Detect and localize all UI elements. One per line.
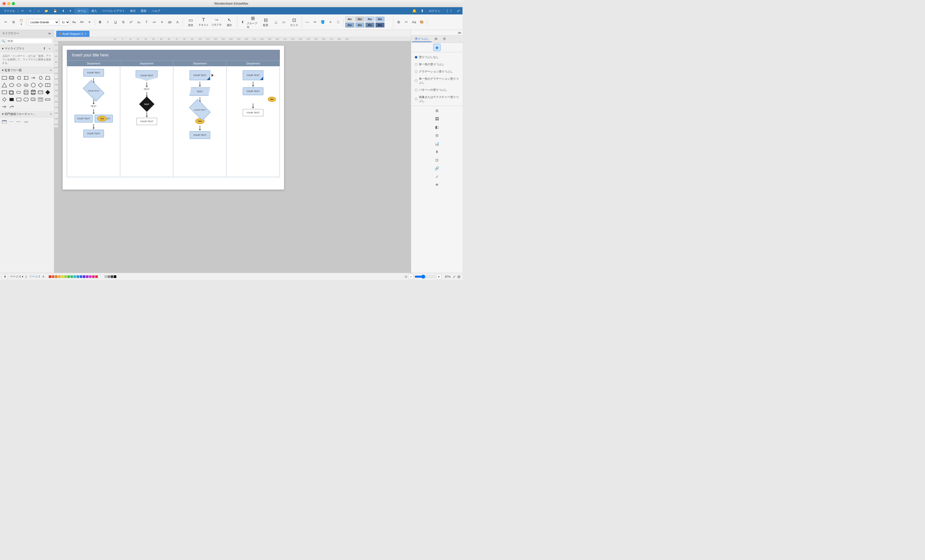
shape-circle2[interactable]	[30, 82, 37, 89]
line-color-button[interactable]: ✏	[311, 18, 319, 26]
flow-parallelogram-c3[interactable]: TEXT	[190, 87, 210, 96]
expand-icon[interactable]: ⤢	[455, 8, 461, 14]
flow-rect-c1-2[interactable]: YOUR TEXT	[75, 115, 93, 122]
shape-process[interactable]	[15, 75, 22, 81]
style-swatch-2[interactable]: Abc	[355, 17, 365, 22]
style-swatch-4[interactable]: Abc	[375, 17, 384, 22]
undo-button[interactable]: ↩	[19, 9, 26, 14]
color-orange[interactable]	[55, 275, 57, 278]
color-darker-gray[interactable]	[111, 275, 113, 278]
share-icon[interactable]: ⬆	[419, 8, 425, 14]
crop-button[interactable]: ✂	[403, 18, 410, 26]
color-violet[interactable]	[83, 275, 85, 278]
save-button[interactable]: 💾	[51, 9, 60, 14]
tab-fill[interactable]: 塗りつぶし	[412, 36, 432, 42]
text-tool-button[interactable]: T テキスト	[197, 15, 210, 29]
shape-hex[interactable]	[37, 75, 44, 81]
flow-rect-c3-2[interactable]: YOUR TEXT	[190, 131, 210, 139]
rp-chart-icon[interactable]: 📊	[433, 140, 441, 147]
font-color-button[interactable]: T	[143, 18, 150, 26]
yes-oval[interactable]: Yes	[98, 116, 107, 122]
active-page-label[interactable]: ページ-1	[29, 275, 40, 278]
dept-shape-3[interactable]	[15, 118, 22, 125]
close-button[interactable]	[3, 2, 6, 5]
style-swatch-5[interactable]: Abc	[345, 23, 354, 28]
style-swatch-1[interactable]: Abc	[345, 17, 354, 22]
paste-options-button[interactable]: ▾	[18, 22, 25, 26]
rp-connect-icon[interactable]: 🔗	[433, 165, 441, 172]
fill-color-button[interactable]: 🪣	[319, 18, 326, 26]
color-teal[interactable]	[74, 275, 76, 278]
document-tab[interactable]: Audit Diagram 3 ✕	[56, 31, 89, 37]
rp-image-icon[interactable]: 🖼	[433, 115, 441, 122]
menu-page-layout[interactable]: ページレイアウト	[99, 8, 127, 14]
fill-option-pattern[interactable]: パターンの塗りつぶし	[412, 86, 461, 93]
shape-rounded-rect2[interactable]	[23, 96, 29, 103]
sidebar-expand-icon[interactable]: ≫	[47, 31, 52, 36]
flow-rect-c1-1[interactable]: YOUR TEXT	[83, 69, 104, 77]
zoom-plus-button[interactable]: +	[436, 274, 441, 279]
canvas-inner[interactable]: Insert your title here Department YOUR T…	[58, 41, 411, 194]
shape-black-diamond[interactable]	[44, 89, 51, 96]
subscript-button[interactable]: x₂	[135, 18, 142, 26]
color-white[interactable]	[98, 275, 101, 278]
dept-close-icon[interactable]: ✕	[50, 113, 52, 116]
shape-small-diamond[interactable]	[1, 96, 8, 103]
my-library-header[interactable]: ▾ マイライブラリ ⬆ ＋	[0, 45, 54, 52]
flip-button[interactable]: △	[273, 18, 280, 26]
rp-layout-icon[interactable]: ⊡	[433, 157, 441, 164]
size-small-button[interactable]: ▭	[280, 18, 287, 26]
shape-rect-shadow[interactable]	[8, 75, 15, 81]
menu-view[interactable]: 表示	[127, 8, 138, 14]
dept-shape-label[interactable]: vide	[23, 118, 29, 125]
add-page-button[interactable]: +	[42, 274, 44, 279]
more-file-button[interactable]: ▾	[67, 9, 74, 14]
shape-tool-button[interactable]: ▭ 形状	[184, 15, 197, 29]
shape-cylinder[interactable]	[23, 89, 29, 96]
color-orange-red[interactable]	[52, 275, 54, 278]
import-icon[interactable]: ⬆	[42, 46, 47, 51]
shape-small-rect[interactable]	[44, 96, 51, 103]
shape-card[interactable]	[37, 89, 44, 96]
dept-shape-1[interactable]	[1, 118, 8, 125]
color-black[interactable]	[114, 275, 116, 278]
color-blue-violet[interactable]	[80, 275, 82, 278]
tab-line[interactable]: 線	[432, 36, 440, 42]
decrease-font-button[interactable]: A▾	[78, 18, 85, 26]
page-dropdown-icon[interactable]: ▾	[22, 275, 23, 278]
color-yellow-orange[interactable]	[58, 275, 60, 278]
color-blue[interactable]	[77, 275, 79, 278]
flow-rect-c1-4[interactable]: YOUR TEXT	[83, 130, 104, 137]
style-swatch-7[interactable]: Abc	[365, 23, 375, 28]
color-yellow[interactable]	[61, 275, 64, 278]
line-style-button[interactable]: —	[304, 18, 311, 26]
color-purple[interactable]	[86, 275, 89, 278]
menu-file[interactable]: ファイル	[1, 8, 18, 14]
format-button[interactable]: ⊞	[395, 18, 402, 26]
shape-yes-oval[interactable]: Yes	[23, 82, 29, 89]
more-icon[interactable]: ⋮⋮	[444, 8, 454, 14]
new-button[interactable]: □	[35, 9, 42, 13]
shape-rounded-rect[interactable]	[15, 96, 22, 103]
strikethrough2-button[interactable]: ab	[166, 18, 173, 26]
cut-button[interactable]: ✂	[2, 18, 9, 26]
color-green[interactable]	[67, 275, 70, 278]
shape-triangle-right[interactable]	[23, 75, 29, 81]
color-red[interactable]	[49, 275, 51, 278]
rp-layers-icon[interactable]: ◧	[433, 123, 441, 131]
fill-option-none[interactable]: 塗りつぶしなし	[412, 54, 461, 60]
shape-black-rect[interactable]	[8, 96, 15, 103]
color-gray[interactable]	[104, 275, 107, 278]
flow-rect-dark-c4[interactable]: YOUR TEXT	[243, 109, 264, 116]
menu-shapes[interactable]: 図形	[138, 8, 149, 14]
fill-option-solid-gradient[interactable]: 単一色のグラデーション塗りつぶし	[412, 75, 461, 86]
shape-rect-split[interactable]	[44, 82, 51, 89]
paste-button[interactable]: 📋	[18, 18, 25, 22]
rp-table-icon[interactable]: ⊟	[433, 132, 441, 139]
audit-close-icon[interactable]: ✕	[50, 69, 52, 72]
style-swatch-6[interactable]: Abc	[355, 23, 365, 28]
rp-grid-icon[interactable]: ⊞	[433, 107, 441, 114]
fullscreen-button[interactable]: ⤢	[453, 275, 456, 279]
flow-rect-corner-c4[interactable]: YOUR TEXT	[243, 71, 264, 80]
shape-diamond[interactable]	[37, 82, 44, 89]
